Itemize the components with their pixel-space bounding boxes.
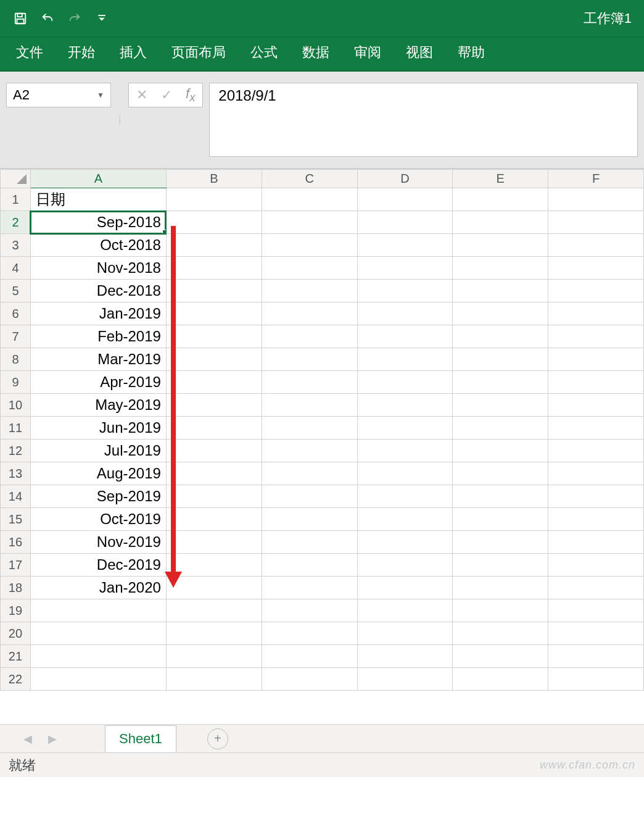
cell[interactable] xyxy=(453,577,548,599)
cell[interactable] xyxy=(166,622,262,645)
cell[interactable] xyxy=(166,257,262,280)
row-header[interactable]: 16 xyxy=(1,531,31,554)
column-header-F[interactable]: F xyxy=(548,170,644,188)
cell[interactable] xyxy=(166,211,262,234)
cell[interactable] xyxy=(166,348,262,371)
cell[interactable] xyxy=(166,234,262,257)
ribbon-tab-formulas[interactable]: 公式 xyxy=(239,36,289,73)
cell[interactable] xyxy=(357,668,453,691)
row-header[interactable]: 19 xyxy=(1,599,31,622)
cell[interactable] xyxy=(548,599,644,622)
cell[interactable] xyxy=(548,645,644,668)
cell[interactable] xyxy=(262,668,357,691)
cell[interactable] xyxy=(453,417,548,440)
cell[interactable] xyxy=(453,257,548,280)
cell[interactable] xyxy=(30,622,166,645)
cell[interactable]: Dec-2018 xyxy=(30,280,166,302)
cell[interactable] xyxy=(166,462,262,485)
row-header[interactable]: 1 xyxy=(1,188,31,211)
cell[interactable] xyxy=(262,554,357,577)
ribbon-tab-help[interactable]: 帮助 xyxy=(447,36,496,73)
cell[interactable]: Sep-2018 xyxy=(30,211,166,234)
cell[interactable] xyxy=(357,394,453,417)
cell[interactable] xyxy=(357,531,453,554)
cell[interactable] xyxy=(357,371,453,394)
column-header-D[interactable]: D xyxy=(357,170,453,188)
cell[interactable] xyxy=(453,462,548,485)
cell[interactable] xyxy=(166,554,262,577)
cell[interactable] xyxy=(548,440,644,462)
ribbon-tab-data[interactable]: 数据 xyxy=(291,36,341,73)
row-header[interactable]: 14 xyxy=(1,485,31,508)
cell[interactable] xyxy=(453,440,548,462)
cell[interactable] xyxy=(453,234,548,257)
row-header[interactable]: 4 xyxy=(1,257,31,280)
cell[interactable] xyxy=(357,554,453,577)
cell[interactable] xyxy=(166,599,262,622)
cell[interactable]: Oct-2018 xyxy=(30,234,166,257)
cell[interactable] xyxy=(453,508,548,531)
cell[interactable]: Apr-2019 xyxy=(30,371,166,394)
cell[interactable] xyxy=(166,440,262,462)
cell[interactable] xyxy=(548,211,644,234)
cell[interactable] xyxy=(453,371,548,394)
cell[interactable] xyxy=(262,302,357,325)
cell[interactable] xyxy=(166,325,262,348)
cell[interactable]: Jun-2019 xyxy=(30,417,166,440)
cell[interactable] xyxy=(30,599,166,622)
cell[interactable] xyxy=(357,508,453,531)
cell[interactable] xyxy=(262,508,357,531)
cell[interactable] xyxy=(262,188,357,211)
cell[interactable] xyxy=(262,280,357,302)
fx-icon[interactable]: fx xyxy=(186,86,195,104)
column-header-E[interactable]: E xyxy=(453,170,548,188)
cell[interactable] xyxy=(453,302,548,325)
row-header[interactable]: 18 xyxy=(1,577,31,599)
cell[interactable]: Jan-2019 xyxy=(30,302,166,325)
cell[interactable] xyxy=(262,417,357,440)
sheet-nav-prev-icon[interactable]: ◀ xyxy=(19,732,37,746)
row-header[interactable]: 5 xyxy=(1,280,31,302)
cell[interactable] xyxy=(357,257,453,280)
cell[interactable] xyxy=(548,257,644,280)
cell[interactable]: Dec-2019 xyxy=(30,554,166,577)
cell[interactable] xyxy=(30,668,166,691)
qat-customize-icon[interactable] xyxy=(94,10,110,27)
cell[interactable]: Mar-2019 xyxy=(30,348,166,371)
cell[interactable] xyxy=(548,325,644,348)
row-header[interactable]: 2 xyxy=(1,211,31,234)
cell[interactable] xyxy=(262,234,357,257)
cell[interactable] xyxy=(166,417,262,440)
cell[interactable] xyxy=(453,645,548,668)
cell[interactable] xyxy=(548,280,644,302)
add-sheet-button[interactable]: + xyxy=(207,728,228,749)
ribbon-tab-insert[interactable]: 插入 xyxy=(109,36,158,73)
row-header[interactable]: 15 xyxy=(1,508,31,531)
cell[interactable] xyxy=(262,462,357,485)
cell[interactable] xyxy=(357,302,453,325)
cell[interactable] xyxy=(357,188,453,211)
save-icon[interactable] xyxy=(12,10,28,27)
ribbon-tab-view[interactable]: 视图 xyxy=(395,36,444,73)
cell[interactable] xyxy=(262,348,357,371)
cell[interactable] xyxy=(357,280,453,302)
cell[interactable] xyxy=(548,554,644,577)
cell[interactable] xyxy=(262,325,357,348)
cell[interactable] xyxy=(548,531,644,554)
cell[interactable]: Oct-2019 xyxy=(30,508,166,531)
cell[interactable]: Nov-2019 xyxy=(30,531,166,554)
cell[interactable] xyxy=(548,188,644,211)
cell[interactable] xyxy=(357,462,453,485)
cell[interactable] xyxy=(357,577,453,599)
row-header[interactable]: 20 xyxy=(1,622,31,645)
cell[interactable] xyxy=(262,622,357,645)
cell[interactable] xyxy=(357,440,453,462)
cell[interactable] xyxy=(453,599,548,622)
cell[interactable] xyxy=(548,577,644,599)
cell[interactable] xyxy=(357,348,453,371)
ribbon-tab-page-layout[interactable]: 页面布局 xyxy=(160,36,237,73)
cell[interactable] xyxy=(453,394,548,417)
row-header[interactable]: 22 xyxy=(1,668,31,691)
cell[interactable] xyxy=(453,348,548,371)
row-header[interactable]: 9 xyxy=(1,371,31,394)
